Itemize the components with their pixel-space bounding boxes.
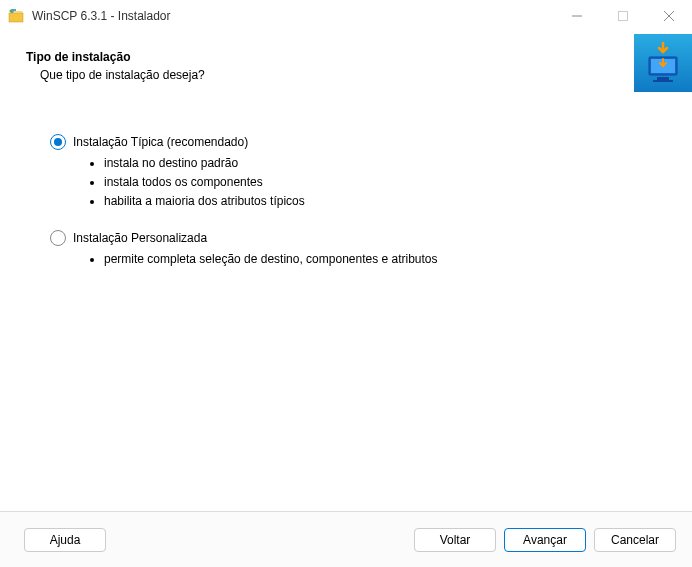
help-button[interactable]: Ajuda — [24, 528, 106, 552]
install-options: Instalação Típica (recomendado) instala … — [50, 134, 666, 269]
footer: Ajuda Voltar Avançar Cancelar — [0, 511, 692, 567]
list-item: instala no destino padrão — [104, 154, 666, 173]
svg-rect-3 — [619, 12, 628, 21]
custom-details: permite completa seleção de destino, com… — [92, 250, 666, 269]
titlebar: WinSCP 6.3.1 - Instalador — [0, 0, 692, 32]
svg-point-1 — [10, 10, 13, 13]
wizard-icon — [634, 34, 692, 92]
list-item: habilita a maioria dos atributos típicos — [104, 192, 666, 211]
maximize-button — [600, 0, 646, 32]
radio-label-typical: Instalação Típica (recomendado) — [73, 135, 248, 149]
typical-details: instala no destino padrão instala todos … — [92, 154, 666, 212]
list-item: instala todos os componentes — [104, 173, 666, 192]
back-button[interactable]: Voltar — [414, 528, 496, 552]
radio-icon — [50, 230, 66, 246]
cancel-button[interactable]: Cancelar — [594, 528, 676, 552]
page-title: Tipo de instalação — [26, 50, 666, 64]
window-title: WinSCP 6.3.1 - Instalador — [32, 9, 554, 23]
content-area: Tipo de instalação Que tipo de instalaçã… — [0, 32, 692, 269]
radio-custom-install[interactable]: Instalação Personalizada — [50, 230, 666, 246]
next-button[interactable]: Avançar — [504, 528, 586, 552]
window-controls — [554, 0, 692, 32]
close-button[interactable] — [646, 0, 692, 32]
radio-typical-install[interactable]: Instalação Típica (recomendado) — [50, 134, 666, 150]
svg-rect-0 — [9, 13, 23, 22]
minimize-button[interactable] — [554, 0, 600, 32]
radio-icon — [50, 134, 66, 150]
app-icon — [8, 8, 24, 24]
svg-rect-9 — [653, 80, 673, 82]
radio-label-custom: Instalação Personalizada — [73, 231, 207, 245]
page-subtitle: Que tipo de instalação deseja? — [40, 68, 666, 82]
list-item: permite completa seleção de destino, com… — [104, 250, 666, 269]
svg-rect-8 — [657, 77, 669, 80]
